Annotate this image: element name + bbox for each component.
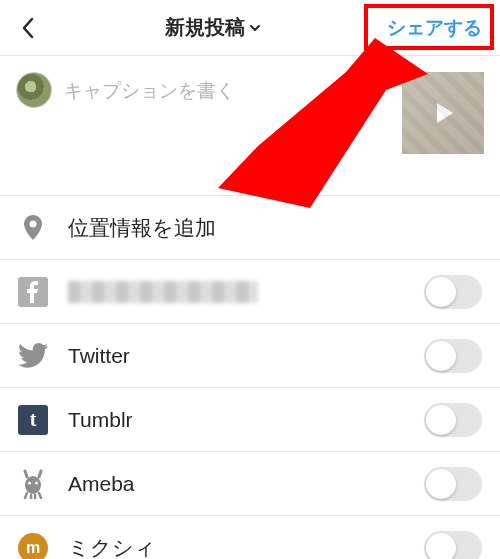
twitter-icon: [18, 341, 48, 371]
share-row-twitter: Twitter: [0, 324, 500, 388]
add-location-row[interactable]: 位置情報を追加: [0, 196, 500, 260]
play-icon: [428, 98, 458, 128]
share-row-ameba: Ameba: [0, 452, 500, 516]
share-row-mixi: m ミクシィ: [0, 516, 500, 559]
svg-marker-0: [437, 103, 453, 123]
tumblr-label: Tumblr: [68, 408, 133, 432]
toggle-twitter[interactable]: [424, 339, 482, 373]
media-thumbnail[interactable]: [402, 72, 484, 154]
svg-point-3: [28, 481, 31, 484]
chevron-down-icon: [249, 24, 261, 32]
twitter-label: Twitter: [68, 344, 130, 368]
page-title-dropdown[interactable]: 新規投稿: [48, 14, 377, 41]
share-row-tumblr: t Tumblr: [0, 388, 500, 452]
svg-point-2: [25, 476, 41, 494]
svg-point-1: [30, 220, 37, 227]
caption-row: キャプションを書く: [0, 56, 500, 196]
toggle-mixi[interactable]: [424, 531, 482, 559]
ameba-icon: [18, 469, 48, 499]
caption-input[interactable]: キャプションを書く: [64, 72, 390, 104]
avatar: [16, 72, 52, 108]
facebook-icon: [18, 277, 48, 307]
ameba-label: Ameba: [68, 472, 135, 496]
svg-point-4: [35, 481, 38, 484]
toggle-ameba[interactable]: [424, 467, 482, 501]
mixi-icon: m: [18, 533, 48, 559]
toggle-facebook[interactable]: [424, 275, 482, 309]
location-pin-icon: [18, 213, 48, 243]
facebook-account-label-obscured: [68, 281, 258, 303]
toggle-tumblr[interactable]: [424, 403, 482, 437]
mixi-label: ミクシィ: [68, 534, 156, 559]
tumblr-icon: t: [18, 405, 48, 435]
chevron-left-icon: [20, 16, 36, 40]
back-button[interactable]: [8, 16, 48, 40]
page-title: 新規投稿: [165, 14, 245, 41]
header-bar: 新規投稿 シェアする: [0, 0, 500, 56]
add-location-label: 位置情報を追加: [68, 214, 216, 242]
share-row-facebook: [0, 260, 500, 324]
share-button[interactable]: シェアする: [377, 9, 492, 47]
